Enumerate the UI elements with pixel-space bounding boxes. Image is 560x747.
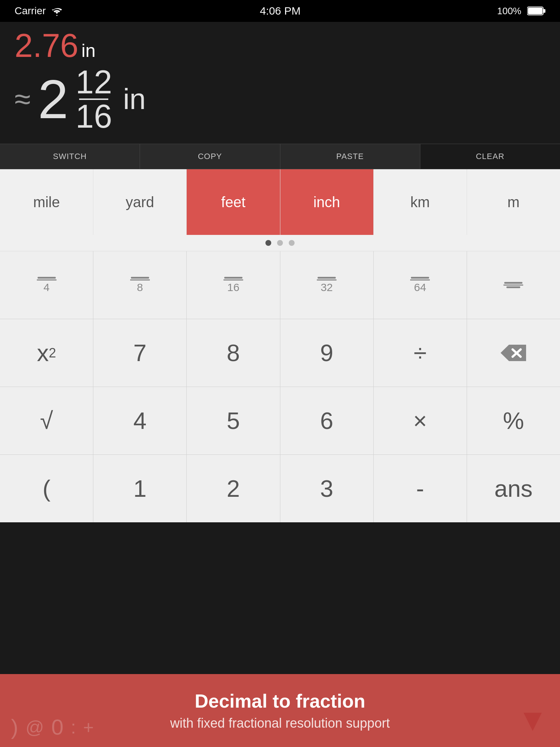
- carrier-label: Carrier: [15, 5, 46, 17]
- banner-subtitle: with fixed fractional resolution support: [170, 716, 390, 731]
- svg-marker-3: [501, 345, 526, 361]
- page-dot-0: [265, 240, 271, 246]
- percent-button[interactable]: %: [467, 387, 560, 454]
- calc-row-fractions: 4 8 16 32: [0, 251, 560, 319]
- 6-button[interactable]: 6: [280, 387, 374, 454]
- frac-16-button[interactable]: 16: [187, 251, 280, 319]
- decimal-value: 2.76: [15, 29, 78, 62]
- backspace-button[interactable]: [467, 319, 560, 387]
- display-area: 2.76 in ≈ 2 12 16 in: [0, 22, 560, 144]
- 3-button[interactable]: 3: [280, 455, 374, 522]
- fraction-part: 12 16: [75, 66, 112, 133]
- copy-button[interactable]: COPY: [140, 144, 280, 169]
- decimal-display: 2.76 in: [15, 29, 545, 62]
- calc-row-2: x2 7 8 9 ÷: [0, 319, 560, 387]
- 2-button[interactable]: 2: [187, 455, 280, 522]
- battery-icon: [527, 6, 545, 16]
- fraction-numerator: 12: [75, 66, 112, 98]
- unit-yard[interactable]: yard: [93, 169, 187, 235]
- ans-button[interactable]: ans: [467, 455, 560, 522]
- 7-button[interactable]: 7: [93, 319, 187, 387]
- frac-auto-button[interactable]: [467, 251, 560, 319]
- frac-64-button[interactable]: 64: [374, 251, 467, 319]
- status-right: 100%: [497, 5, 545, 17]
- status-time: 4:06 PM: [260, 5, 301, 17]
- calculator-grid: 4 8 16 32: [0, 251, 560, 522]
- x-squared-button[interactable]: x2: [0, 319, 93, 387]
- frac-8-button[interactable]: 8: [93, 251, 187, 319]
- fraction-unit: in: [123, 82, 145, 116]
- lparen-button[interactable]: (: [0, 455, 93, 522]
- paste-button[interactable]: PASTE: [280, 144, 420, 169]
- calc-row-3: √ 4 5 6 × %: [0, 387, 560, 455]
- 4-button[interactable]: 4: [93, 387, 187, 454]
- 5-button[interactable]: 5: [187, 387, 280, 454]
- svg-rect-2: [528, 8, 542, 14]
- unit-selector: mile yard feet inch km m: [0, 169, 560, 235]
- 8-button[interactable]: 8: [187, 319, 280, 387]
- frac-32-button[interactable]: 32: [280, 251, 374, 319]
- banner-down-arrow: [520, 709, 545, 736]
- battery-percent: 100%: [497, 5, 521, 17]
- bottom-banner: ) @ 0 : + Decimal to fraction with fixed…: [0, 674, 560, 747]
- banner-title: Decimal to fraction: [195, 690, 365, 712]
- page-dot-1: [277, 240, 283, 246]
- sqrt-button[interactable]: √: [0, 387, 93, 454]
- fraction-display: ≈ 2 12 16 in: [15, 66, 545, 133]
- toolbar: SWITCH COPY PASTE CLEAR: [0, 144, 560, 169]
- fraction-denominator: 16: [75, 100, 112, 133]
- calc-row-4: ( 1 2 3 - ans: [0, 455, 560, 522]
- 9-button[interactable]: 9: [280, 319, 374, 387]
- divide-button[interactable]: ÷: [374, 319, 467, 387]
- clear-button[interactable]: CLEAR: [420, 144, 560, 169]
- multiply-button[interactable]: ×: [374, 387, 467, 454]
- status-bar: Carrier 4:06 PM 100%: [0, 0, 560, 22]
- approx-symbol: ≈: [15, 82, 31, 116]
- unit-m[interactable]: m: [467, 169, 560, 235]
- switch-button[interactable]: SWITCH: [0, 144, 140, 169]
- page-dot-2: [289, 240, 295, 246]
- svg-marker-6: [524, 713, 542, 731]
- decimal-unit: in: [81, 40, 96, 61]
- unit-inch[interactable]: inch: [280, 169, 374, 235]
- unit-km[interactable]: km: [374, 169, 467, 235]
- status-left: Carrier: [15, 5, 63, 17]
- minus-button[interactable]: -: [374, 455, 467, 522]
- whole-number: 2: [38, 72, 68, 127]
- wifi-icon: [50, 6, 63, 16]
- banner-left-icons: ) @ 0 : +: [11, 715, 94, 740]
- backspace-icon: [499, 343, 528, 363]
- unit-mile[interactable]: mile: [0, 169, 93, 235]
- unit-feet[interactable]: feet: [187, 169, 280, 235]
- frac-4-button[interactable]: 4: [0, 251, 93, 319]
- svg-rect-1: [543, 9, 545, 13]
- 1-button[interactable]: 1: [93, 455, 187, 522]
- page-dots: [0, 235, 560, 251]
